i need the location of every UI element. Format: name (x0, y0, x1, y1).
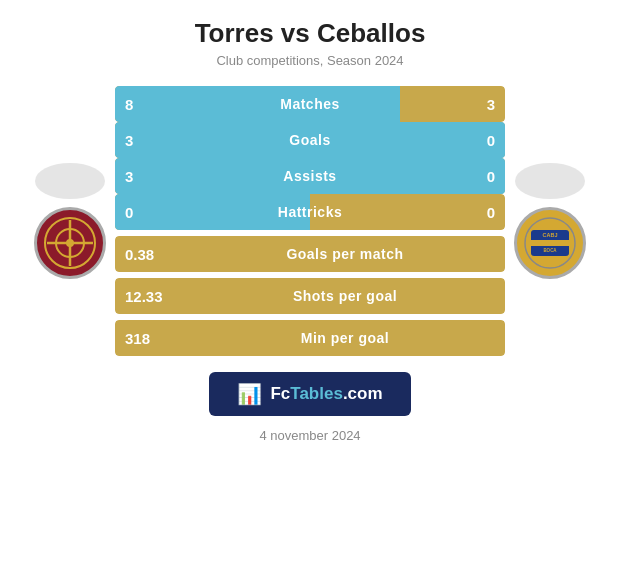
single-stat-val: 318 (115, 330, 185, 347)
stat-left-val: 0 (115, 204, 165, 221)
stat-left-val: 8 (115, 96, 165, 113)
fctables-icon: 📊 (237, 382, 262, 406)
right-ellipse (515, 163, 585, 199)
svg-point-5 (66, 239, 74, 247)
stat-label: Matches (165, 96, 455, 112)
page-subtitle: Club competitions, Season 2024 (216, 53, 403, 68)
stat-left-val: 3 (115, 132, 165, 149)
boca-crest-svg: CABJ BOCA (523, 216, 577, 270)
stat-right-val: 3 (455, 96, 505, 113)
single-stat-row-goals-per-match: 0.38Goals per match (115, 236, 505, 272)
stats-column: 8Matches33Goals03Assists00Hattricks0 0.3… (115, 86, 505, 356)
stat-label: Hattricks (165, 204, 455, 220)
svg-rect-9 (531, 240, 569, 246)
single-stat-row-shots-per-goal: 12.33Shots per goal (115, 278, 505, 314)
single-stat-label: Goals per match (185, 246, 505, 262)
right-team-logo-area: CABJ BOCA (505, 163, 595, 279)
stat-right-val: 0 (455, 204, 505, 221)
stat-right-val: 0 (455, 168, 505, 185)
stat-left-val: 3 (115, 168, 165, 185)
single-stat-val: 12.33 (115, 288, 185, 305)
stat-label: Assists (165, 168, 455, 184)
svg-text:CABJ: CABJ (543, 232, 558, 238)
main-section: 8Matches33Goals03Assists00Hattricks0 0.3… (10, 86, 610, 356)
fctables-tables: Tables (290, 384, 343, 403)
stat-row-matches: 8Matches3 (115, 86, 505, 122)
single-stat-rows-container: 0.38Goals per match12.33Shots per goal31… (115, 236, 505, 356)
fctables-fc: Fc (270, 384, 290, 403)
page-wrapper: Torres vs Ceballos Club competitions, Se… (0, 0, 620, 580)
stat-label: Goals (165, 132, 455, 148)
stat-row-goals: 3Goals0 (115, 122, 505, 158)
right-team-logo: CABJ BOCA (514, 207, 586, 279)
stat-right-val: 0 (455, 132, 505, 149)
left-team-logo (34, 207, 106, 279)
fctables-banner[interactable]: 📊 FcTables.com (209, 372, 410, 416)
lanus-crest-svg (43, 216, 97, 270)
single-stat-label: Shots per goal (185, 288, 505, 304)
page-title: Torres vs Ceballos (195, 18, 426, 49)
svg-text:BOCA: BOCA (543, 248, 557, 253)
stat-row-assists: 3Assists0 (115, 158, 505, 194)
stat-rows-container: 8Matches33Goals03Assists00Hattricks0 (115, 86, 505, 230)
left-ellipse (35, 163, 105, 199)
single-stat-row-min-per-goal: 318Min per goal (115, 320, 505, 356)
footer-date: 4 november 2024 (259, 428, 360, 443)
stat-row-hattricks: 0Hattricks0 (115, 194, 505, 230)
left-team-logo-area (25, 163, 115, 279)
fctables-dotcom: .com (343, 384, 383, 403)
single-stat-label: Min per goal (185, 330, 505, 346)
fctables-text: FcTables.com (270, 384, 382, 404)
single-stat-val: 0.38 (115, 246, 185, 263)
